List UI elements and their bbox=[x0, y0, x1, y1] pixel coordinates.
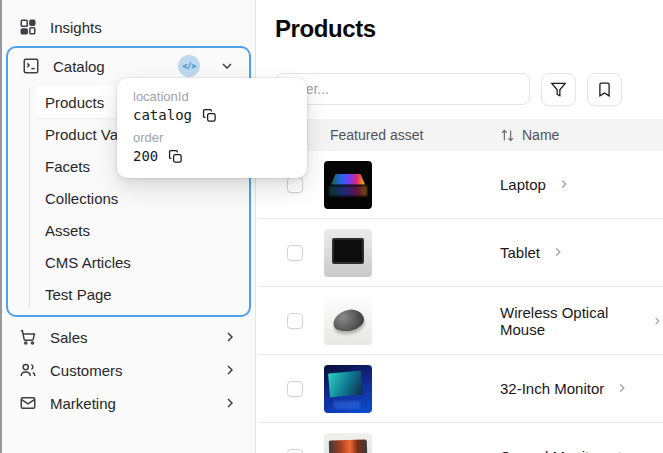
tooltip-field-value: catalog bbox=[133, 107, 192, 123]
tooltip-field-value-row: 200 bbox=[133, 148, 291, 164]
row-checkbox[interactable] bbox=[287, 381, 303, 397]
chevron-right-icon bbox=[557, 177, 571, 191]
sidebar-item-label: Insights bbox=[50, 19, 238, 36]
toolbar bbox=[275, 73, 622, 106]
sidebar-item-marketing[interactable]: Marketing bbox=[8, 387, 249, 419]
chevron-right-icon bbox=[651, 314, 663, 328]
product-name-link[interactable]: Tablet bbox=[500, 244, 565, 261]
table-row: 32-Inch Monitor bbox=[258, 355, 663, 423]
chevron-right-icon bbox=[615, 381, 629, 395]
main-content: Products Featured asset bbox=[258, 0, 663, 453]
app-window: Insights Catalog </> Products Product Va… bbox=[0, 0, 663, 453]
row-checkbox[interactable] bbox=[287, 177, 303, 193]
sub-item-label: Facets bbox=[45, 158, 90, 175]
product-thumbnail-laptop bbox=[324, 161, 372, 209]
mail-icon bbox=[19, 394, 37, 412]
shopping-cart-icon bbox=[19, 328, 37, 346]
sidebar-item-collections[interactable]: Collections bbox=[35, 182, 241, 214]
square-terminal-icon bbox=[22, 57, 40, 75]
sidebar-item-insights[interactable]: Insights bbox=[8, 11, 249, 43]
sidebar-item-customers[interactable]: Customers bbox=[8, 354, 249, 386]
custom-fields-tooltip: locationId catalog order 200 bbox=[117, 78, 307, 178]
product-name-link[interactable]: Wireless Optical Mouse bbox=[500, 304, 663, 338]
indent-guide-line bbox=[29, 88, 30, 308]
product-name: Laptop bbox=[500, 176, 546, 193]
product-name: Tablet bbox=[500, 244, 540, 261]
bookmark-icon bbox=[596, 81, 613, 98]
filter-input[interactable] bbox=[275, 73, 530, 105]
row-checkbox[interactable] bbox=[287, 449, 303, 453]
tooltip-field-label: locationId bbox=[133, 89, 291, 104]
tooltip-field-label: order bbox=[133, 130, 291, 145]
product-name: Curved Monitor bbox=[500, 448, 603, 453]
chevron-right-icon bbox=[222, 395, 238, 411]
arrows-up-down-icon[interactable] bbox=[500, 128, 515, 143]
table-row: Tablet bbox=[258, 219, 663, 287]
products-table: Featured asset Name Laptop bbox=[258, 119, 663, 453]
tooltip-field-value-row: catalog bbox=[133, 107, 291, 123]
product-name-link[interactable]: Curved Monitor bbox=[500, 448, 628, 453]
table-row: Wireless Optical Mouse bbox=[258, 287, 663, 355]
chevron-right-icon bbox=[222, 329, 238, 345]
product-thumbnail-monitor bbox=[324, 365, 372, 413]
copy-icon[interactable] bbox=[168, 149, 183, 164]
sidebar-item-assets[interactable]: Assets bbox=[35, 214, 241, 246]
chevron-right-icon bbox=[222, 362, 238, 378]
product-name: Wireless Optical Mouse bbox=[500, 304, 640, 338]
sidebar-item-test-page[interactable]: Test Page bbox=[35, 278, 241, 310]
filter-button[interactable] bbox=[541, 73, 576, 106]
product-thumbnail-tablet bbox=[324, 229, 372, 277]
sub-item-label: Products bbox=[45, 94, 104, 111]
sub-item-label: Test Page bbox=[45, 286, 112, 303]
table-header: Featured asset Name bbox=[258, 119, 663, 151]
sidebar-item-cms-articles[interactable]: CMS Articles bbox=[35, 246, 241, 278]
table-row: Laptop bbox=[258, 151, 663, 219]
sub-item-label: CMS Articles bbox=[45, 254, 131, 271]
product-name-link[interactable]: Laptop bbox=[500, 176, 571, 193]
row-checkbox[interactable] bbox=[287, 313, 303, 329]
copy-icon[interactable] bbox=[202, 108, 217, 123]
sidebar-item-label: Customers bbox=[50, 362, 209, 379]
code-badge-icon[interactable]: </> bbox=[178, 55, 200, 77]
sidebar-item-sales[interactable]: Sales bbox=[8, 321, 249, 353]
product-thumbnail-curved-monitor bbox=[324, 433, 372, 453]
chevron-right-icon bbox=[614, 449, 628, 453]
dashboard-grid-icon bbox=[19, 18, 37, 36]
product-name-link[interactable]: 32-Inch Monitor bbox=[500, 380, 629, 397]
sub-item-label: Assets bbox=[45, 222, 90, 239]
column-header-featured-asset[interactable]: Featured asset bbox=[324, 127, 490, 143]
row-checkbox[interactable] bbox=[287, 245, 303, 261]
bookmark-button[interactable] bbox=[587, 73, 622, 106]
product-name: 32-Inch Monitor bbox=[500, 380, 604, 397]
column-header-name[interactable]: Name bbox=[490, 127, 663, 143]
chevron-right-icon bbox=[551, 245, 565, 259]
tooltip-field-value: 200 bbox=[133, 148, 158, 164]
sidebar-item-label: Catalog bbox=[53, 58, 165, 75]
users-icon bbox=[19, 361, 37, 379]
column-header-label: Name bbox=[522, 127, 559, 143]
page-title: Products bbox=[275, 15, 663, 43]
sidebar: Insights Catalog </> Products Product Va… bbox=[2, 0, 256, 453]
filter-funnel-icon bbox=[550, 81, 567, 98]
table-row: Curved Monitor bbox=[258, 423, 663, 453]
sidebar-item-label: Marketing bbox=[50, 395, 209, 412]
product-thumbnail-mouse bbox=[324, 297, 372, 345]
sidebar-item-label: Sales bbox=[50, 329, 209, 346]
chevron-down-icon[interactable] bbox=[219, 58, 235, 74]
sub-item-label: Collections bbox=[45, 190, 118, 207]
